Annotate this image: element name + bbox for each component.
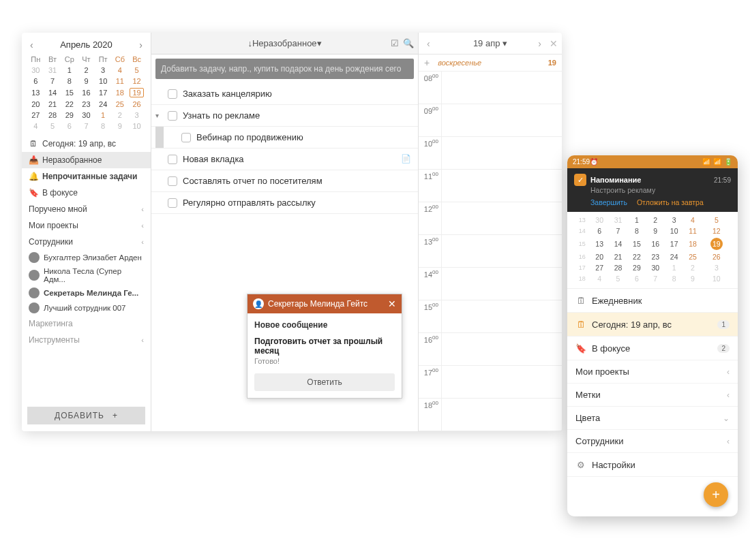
task-row-sub[interactable]: Вебинар по продвижению [151, 127, 418, 149]
calendar-day[interactable]: 23 [78, 99, 95, 110]
calendar-day[interactable]: 7 [44, 76, 61, 87]
hour-row[interactable]: 0800 [419, 72, 562, 104]
calendar-day[interactable]: 28 [609, 262, 627, 273]
calendar-day[interactable]: 4 [112, 65, 129, 76]
calendar-day[interactable]: 22 [61, 99, 78, 110]
sidebar-projects[interactable]: Мои проекты‹ [22, 217, 151, 234]
calendar-day[interactable]: 11 [683, 225, 702, 236]
calendar-day[interactable]: 26 [702, 251, 731, 262]
calendar-day[interactable]: 10 [95, 76, 112, 87]
sidebar-assigned[interactable]: Поручено мной‹ [22, 201, 151, 217]
task-row[interactable]: Заказать канцелярию [151, 83, 418, 105]
calendar-day[interactable]: 20 [590, 251, 608, 262]
calendar-day[interactable]: 6 [627, 273, 646, 284]
calendar-day[interactable]: 1 [95, 110, 112, 121]
hour-row[interactable]: 1000 [419, 137, 562, 170]
calendar-day[interactable]: 10 [128, 121, 145, 131]
notif-snooze-button[interactable]: Отложить на завтра [637, 198, 704, 206]
calendar-title[interactable]: Апрель 2020 [60, 40, 112, 50]
calendar-day[interactable]: 3 [702, 262, 731, 273]
calendar-day[interactable]: 17 [95, 87, 112, 99]
calendar-day[interactable]: 5 [128, 65, 145, 76]
calendar-day[interactable]: 22 [627, 251, 646, 262]
calendar-day[interactable]: 1 [665, 262, 683, 273]
calendar-day[interactable]: 24 [95, 99, 112, 110]
calendar-day[interactable]: 8 [665, 273, 683, 284]
calendar-day[interactable]: 30 [78, 110, 95, 121]
hour-row[interactable]: 1300 [419, 235, 562, 268]
mobile-focus[interactable]: 🔖В фокусе2 [567, 337, 738, 360]
calendar-day[interactable]: 20 [27, 99, 44, 110]
calendar-day[interactable]: 7 [78, 121, 95, 131]
sidebar-marketing[interactable]: Маркетинга [22, 315, 151, 332]
calendar-day[interactable]: 8 [95, 121, 112, 131]
calendar-day[interactable]: 18 [112, 87, 129, 99]
sidebar-user[interactable]: Бухгалтер Элизабет Арден [22, 250, 151, 265]
drag-handle[interactable] [155, 127, 164, 148]
calendar-day[interactable]: 5 [44, 121, 61, 131]
calendar-day[interactable]: 31 [609, 215, 627, 225]
calendar-day[interactable]: 11 [112, 76, 129, 87]
calendar-day[interactable]: 27 [27, 110, 44, 121]
calendar-day[interactable]: 13 [27, 87, 44, 99]
notification[interactable]: ✓ Напоминание 21:59 Настроить рекламу За… [567, 168, 738, 212]
calendar-day[interactable]: 2 [683, 262, 702, 273]
calendar-day[interactable]: 8 [61, 76, 78, 87]
mobile-colors[interactable]: Цвета⌄ [567, 407, 738, 430]
calendar-day[interactable]: 14 [44, 87, 61, 99]
tasks-header[interactable]: ↓ Неразобранное ▾ ☑🔍 [151, 33, 418, 55]
calendar-day[interactable]: 9 [646, 225, 665, 236]
calendar-day[interactable]: 21 [44, 99, 61, 110]
calendar-day[interactable]: 25 [683, 251, 702, 262]
calendar-day[interactable]: 4 [27, 121, 44, 131]
calendar-day[interactable]: 7 [609, 225, 627, 236]
checkbox[interactable] [181, 133, 191, 142]
calendar-day[interactable]: 30 [590, 215, 608, 225]
hour-row[interactable]: 1400 [419, 268, 562, 300]
calendar-day[interactable]: 28 [44, 110, 61, 121]
calendar-day[interactable]: 9 [78, 76, 95, 87]
calendar-day[interactable]: 19 [128, 87, 145, 99]
notif-complete-button[interactable]: Завершить [590, 198, 627, 206]
task-row[interactable]: Регулярно отправлять рассылку [151, 192, 418, 214]
sidebar-tools[interactable]: Инструменты‹ [22, 332, 151, 348]
calendar-day[interactable]: 10 [665, 225, 683, 236]
task-row[interactable]: Новая вкладка📄 [151, 149, 418, 170]
checkbox-icon[interactable]: ☑ [391, 38, 399, 48]
calendar-day[interactable]: 2 [646, 215, 665, 225]
calendar-day[interactable]: 19 [702, 236, 731, 251]
hour-row[interactable]: 0900 [419, 104, 562, 137]
calendar-day[interactable]: 26 [128, 99, 145, 110]
chat-header[interactable]: 👤 Секретарь Мелинда Гейтс ✕ [247, 294, 402, 313]
calendar-day[interactable]: 30 [646, 262, 665, 273]
hour-row[interactable]: 1100 [419, 170, 562, 202]
calendar-day[interactable]: 15 [61, 87, 78, 99]
calendar-day[interactable]: 7 [646, 273, 665, 284]
search-icon[interactable]: 🔍 [403, 38, 414, 48]
calendar-day[interactable]: 15 [627, 236, 646, 251]
checkbox[interactable] [168, 155, 177, 164]
fab-add-button[interactable]: + [704, 482, 728, 507]
calendar-day[interactable]: 30 [27, 65, 44, 76]
checkbox[interactable] [168, 111, 177, 121]
calendar-day[interactable]: 6 [590, 225, 608, 236]
mobile-calendar[interactable]: 1330311234514678910111215131415161718191… [567, 212, 738, 289]
calendar-day[interactable]: 13 [590, 236, 608, 251]
calendar-day[interactable]: 6 [61, 121, 78, 131]
calendar-day[interactable]: 8 [627, 225, 646, 236]
sidebar-focus[interactable]: 🔖В фокусе [22, 185, 151, 201]
mobile-staff[interactable]: Сотрудники‹ [567, 430, 738, 453]
next-day-button[interactable]: › [534, 37, 545, 50]
mobile-diary[interactable]: 🗓Ежедневник [567, 289, 738, 313]
calendar-day[interactable]: 1 [627, 215, 646, 225]
mini-calendar[interactable]: ПнВтСрЧтПтСбВс30311234567891011121314151… [22, 54, 151, 136]
reply-button[interactable]: Ответить [254, 373, 395, 391]
calendar-day[interactable]: 29 [627, 262, 646, 273]
calendar-day[interactable]: 23 [646, 251, 665, 262]
sidebar-user[interactable]: Секретарь Мелинда Ге... [22, 285, 151, 300]
calendar-day[interactable]: 18 [683, 236, 702, 251]
calendar-day[interactable]: 9 [112, 121, 129, 131]
calendar-day[interactable]: 2 [78, 65, 95, 76]
hour-row[interactable]: 1800 [419, 399, 562, 431]
next-month-button[interactable]: › [135, 38, 147, 52]
